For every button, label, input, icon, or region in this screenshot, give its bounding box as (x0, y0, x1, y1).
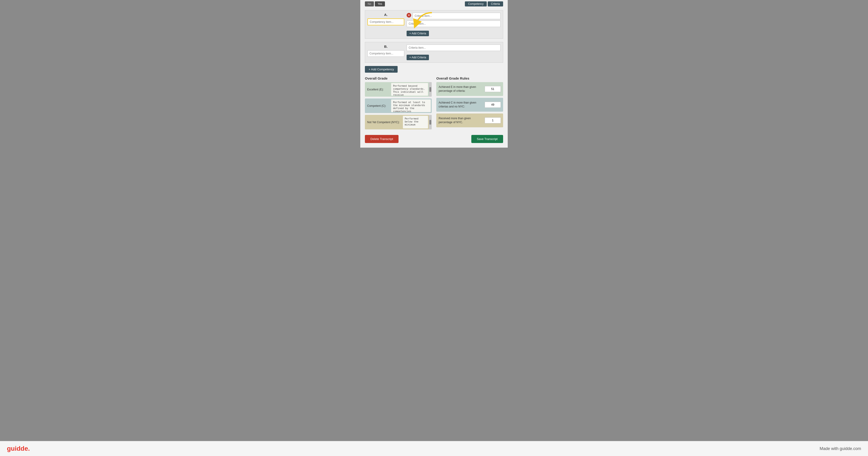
overall-grade-section: Overall Grade Excellent (E): Performed b… (365, 76, 503, 131)
competency-b-label: B. (367, 45, 404, 49)
rule-excellent-input[interactable] (485, 86, 501, 92)
competent-textarea-wrap: Performed at least to the minimum standa… (390, 98, 432, 113)
competency-a-row: A. ✕ + Add Criteria (367, 13, 501, 36)
grade-row-excellent: Excellent (E): Performed beyond competen… (365, 82, 432, 97)
excellent-label: Excellent (E): (365, 82, 390, 97)
add-competency-button[interactable]: + Add Competency (365, 66, 398, 73)
grade-row-nyc: Not Yet Competent (NYC): Performed below… (365, 115, 432, 130)
nyc-label: Not Yet Competent (NYC): (365, 115, 402, 130)
overall-grade-rules-title: Overall Grade Rules (436, 76, 503, 80)
competency-b-input[interactable] (367, 50, 404, 57)
nyc-textarea-wrap: Performed below the minimum (402, 115, 429, 130)
overall-grade-title: Overall Grade (365, 76, 432, 80)
add-criteria-b-button[interactable]: + Add Criteria (407, 55, 429, 60)
criteria-a-input-1[interactable] (412, 13, 501, 19)
rule-excellent-inner: Achieved E in more than given percentage… (436, 82, 503, 96)
excellent-textarea[interactable]: Performed beyond competency standards. T… (391, 83, 428, 96)
excellent-scroll-thumb (429, 87, 431, 92)
rule-competent-text: Achieved C in more than given criterias … (439, 101, 483, 109)
competency-a-input[interactable] (367, 19, 404, 25)
rule-row-nyc: Received more than given percentage of N… (436, 113, 503, 127)
grade-nyc-inner: Not Yet Competent (NYC): Performed below… (365, 115, 432, 130)
competency-b-section: B. + Add Criteria (365, 42, 503, 63)
nyc-scrollbar (429, 115, 432, 130)
overall-grade-column: Overall Grade Excellent (E): Performed b… (365, 76, 432, 131)
top-bar: No Yes Competency Criteria (365, 0, 503, 8)
criteria-a-second-row (407, 21, 501, 28)
view-buttons: Competency Criteria (465, 1, 503, 6)
competency-b-left: B. (367, 45, 404, 57)
criteria-b-input-1[interactable] (407, 45, 501, 51)
competent-textarea[interactable]: Performed at least to the minimum standa… (391, 99, 431, 112)
grade-excellent-inner: Excellent (E): Performed beyond competen… (365, 82, 432, 97)
rule-row-excellent: Achieved E in more than given percentage… (436, 82, 503, 96)
excellent-scrollbar (429, 82, 432, 97)
view-criteria-button[interactable]: Criteria (488, 1, 503, 6)
rule-nyc-inner: Received more than given percentage of N… (436, 113, 503, 127)
toggle-no-button[interactable]: No (365, 1, 374, 6)
toggle-yes-button[interactable]: Yes (375, 1, 385, 6)
competency-a-criteria: ✕ + Add Criteria (407, 13, 501, 36)
competency-b-criteria: + Add Criteria (407, 45, 501, 60)
rule-nyc-input[interactable] (485, 117, 501, 123)
add-criteria-a-button[interactable]: + Add Criteria (407, 31, 429, 36)
guidde-logo: guidde. (7, 445, 30, 452)
bottom-buttons: Delete Transcript Save Transcript (365, 135, 503, 143)
delete-criteria-a-button[interactable]: ✕ (407, 13, 411, 18)
competency-a-label: A. (367, 13, 404, 17)
delete-transcript-button[interactable]: Delete Transcript (365, 135, 399, 143)
excellent-textarea-wrap: Performed beyond competency standards. T… (390, 82, 429, 97)
nyc-textarea[interactable]: Performed below the minimum (403, 116, 428, 129)
add-competency-wrap: + Add Competency (365, 66, 503, 73)
criteria-b-first-row (407, 45, 501, 52)
competency-a-section: A. ✕ + Add Criteria (365, 10, 503, 39)
rule-competent-inner: Achieved C in more than given criterias … (436, 98, 503, 112)
rule-nyc-text: Received more than given percentage of N… (439, 116, 483, 124)
grade-row-competent: Competent (C): Performed at least to the… (365, 98, 432, 113)
competency-b-row: B. + Add Criteria (367, 45, 501, 60)
grade-competent-inner: Competent (C): Performed at least to the… (365, 98, 432, 113)
competency-a-left: A. (367, 13, 404, 25)
overall-grade-rules-column: Overall Grade Rules Achieved E in more t… (436, 76, 503, 131)
rule-row-competent: Achieved C in more than given criterias … (436, 98, 503, 112)
toggle-group: No Yes (365, 1, 385, 6)
competent-label: Competent (C): (365, 98, 390, 113)
nyc-scroll-thumb (429, 120, 431, 124)
footer: guidde. Made with guidde.com (0, 441, 868, 456)
footer-tagline: Made with guidde.com (819, 446, 861, 451)
rule-excellent-text: Achieved E in more than given percentage… (439, 85, 483, 93)
view-competency-button[interactable]: Competency (465, 1, 487, 6)
save-transcript-button[interactable]: Save Transcript (471, 135, 503, 143)
criteria-a-top-row: ✕ (407, 13, 501, 19)
rule-competent-input[interactable] (485, 102, 501, 108)
criteria-a-input-2[interactable] (407, 21, 501, 27)
